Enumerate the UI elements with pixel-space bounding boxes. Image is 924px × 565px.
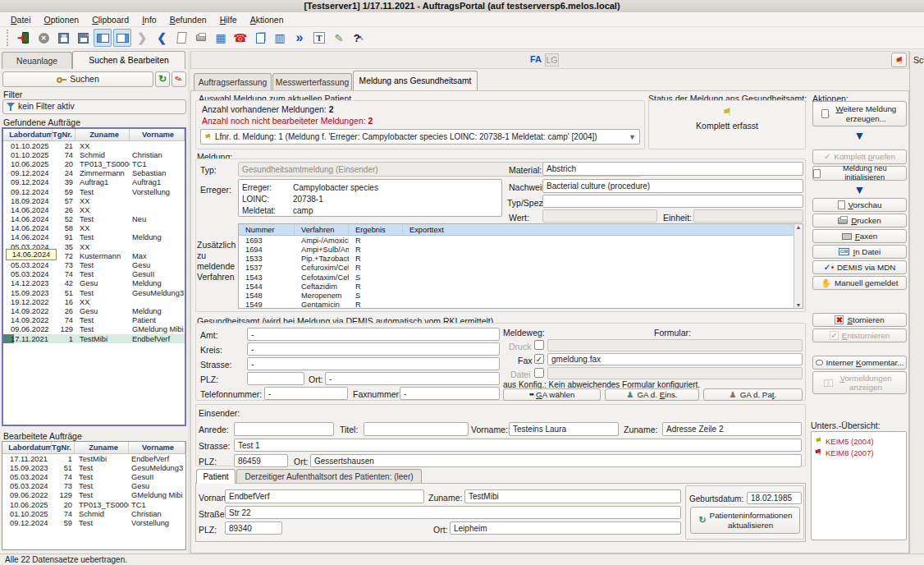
table-row[interactable]: 14.06.202491TestMeldung <box>3 233 185 242</box>
table-row[interactable]: 14.06.202452TestNeu <box>3 215 185 224</box>
column-header[interactable]: Exporttext <box>403 224 795 235</box>
table-row[interactable]: 17.11.20211TestMibiEndbefVerf <box>3 334 185 343</box>
table-row[interactable]: 05.03.202473TestGesu <box>2 482 185 491</box>
table-row[interactable]: Meldetat:camp <box>242 204 498 216</box>
verfahren-table-header[interactable]: NummerVerfahrenErgebnisExporttext <box>239 224 795 236</box>
in-datei-button[interactable]: GM In Datei <box>812 245 907 259</box>
kreis-field[interactable]: - <box>247 342 500 356</box>
patient-ort-field[interactable]: Leipheim <box>450 521 681 535</box>
scroll-up-icon[interactable]: ▲ <box>796 224 802 230</box>
fax-machine-icon[interactable] <box>192 29 210 47</box>
druck-formular-field[interactable] <box>547 339 803 351</box>
einheit-field[interactable] <box>693 209 803 223</box>
ga-einsender-button[interactable]: ♟ GA d. Eins. <box>605 388 699 401</box>
edit-icon[interactable]: ✎ <box>330 29 348 47</box>
table-row[interactable]: 09.06.2022129TestGMeldung Mibi <box>2 491 185 500</box>
column-header[interactable]: TgNr. <box>53 129 75 140</box>
datei-formular-field[interactable] <box>547 367 803 379</box>
refresh-button[interactable]: ↻ <box>155 71 170 87</box>
amt-field[interactable]: - <box>247 328 500 341</box>
table-row[interactable]: 1548MeropenemS <box>239 292 803 301</box>
table-row[interactable]: 01.10.202574SchmidChristian <box>3 150 185 159</box>
einsender-strasse-field[interactable]: Test 1 <box>234 439 802 452</box>
scroll-down-icon[interactable]: ▼ <box>796 302 802 308</box>
table-row[interactable]: 05.03.202474TestGesuII <box>2 472 185 481</box>
table-row[interactable]: 01.10.202574SchmidChristian <box>2 509 185 518</box>
text-tool-icon[interactable]: T <box>310 29 328 47</box>
einsender-plz-field[interactable]: 86459 <box>234 454 288 467</box>
tab-auftragserfassung[interactable]: Auftragserfassung <box>194 73 272 90</box>
table-icon[interactable]: ▦ <box>212 29 230 47</box>
patient-vorname-field[interactable]: EndbefVerf <box>225 489 424 503</box>
einsender-zuname-field[interactable]: Adresse Zeile 2 <box>662 422 802 436</box>
patient-update-button[interactable]: ↻ Patienteninformationen aktualisieren <box>690 507 800 534</box>
menu-optionen[interactable]: Optionen <box>39 14 85 25</box>
table-row[interactable]: 1533Pip.+Tazobact.R <box>239 255 803 264</box>
table-row[interactable]: 10.06.202520TP013_TS0006TC1 <box>3 159 185 168</box>
typ-spezies-field[interactable] <box>542 195 803 208</box>
druck-checkbox[interactable] <box>534 340 544 350</box>
plz-field[interactable] <box>247 372 304 385</box>
fa-toggle[interactable]: FA <box>530 54 542 64</box>
save-as-icon[interactable]: ➜ <box>74 29 92 47</box>
copy-document-icon[interactable] <box>251 29 269 47</box>
table-row[interactable]: LOINC:20738-1 <box>242 193 498 204</box>
column-header[interactable]: Vorname <box>130 129 185 140</box>
table-row[interactable]: 15.09.202351TestGesuMeldung3 <box>3 288 185 297</box>
table-row[interactable]: 09.12.202459TestVorstellung <box>3 187 185 196</box>
table-row[interactable]: 1544CeftazidimR <box>239 282 803 291</box>
fast-forward-icon[interactable]: » <box>290 29 309 47</box>
table-row[interactable]: Erreger:Campylobacter species <box>242 181 498 193</box>
table-row[interactable]: 14.06.202426XX <box>3 205 185 214</box>
table-row[interactable]: 14.06.202458XX <box>3 224 185 233</box>
verfahren-scrollbar[interactable]: ▲▼ <box>794 224 803 308</box>
vormeldungen-button[interactable]: Vormeldungen anzeigen <box>812 371 907 394</box>
search-button[interactable]: Suchen <box>2 71 153 87</box>
table-row[interactable]: 17.11.20211TestMibiEndbefVerf <box>2 454 185 463</box>
back-icon[interactable]: ❮ <box>153 29 171 47</box>
found-orders-header[interactable]: LabordatumTgNr.ZunameVorname <box>3 129 185 141</box>
list-item[interactable]: ⚑ KEIM8 (2007) <box>815 447 906 458</box>
side-tab[interactable]: Sch <box>910 55 924 65</box>
fax-checkbox[interactable]: ✓ <box>534 354 544 364</box>
table-row[interactable]: 1537Cefuroxim/Cef...R <box>239 264 803 273</box>
meldung-dropdown[interactable]: ⚑ Lfnr. d. Meldung: 1 (Meldung f. 'Erreg… <box>200 129 640 145</box>
titel-field[interactable] <box>364 422 469 436</box>
save-icon[interactable] <box>54 29 72 47</box>
table-row[interactable]: 10.06.202520TP013_TS0006TC1 <box>2 500 185 509</box>
tab-messwerterfassung[interactable]: Messwerterfassung <box>272 73 352 90</box>
list-item[interactable]: ⚑ KEIM5 (2004) <box>815 435 906 447</box>
abort-icon[interactable]: ✕ <box>34 29 53 47</box>
material-field[interactable]: Abstrich <box>542 162 803 176</box>
faxnummer-field[interactable]: - <box>400 387 500 400</box>
telefonnummer-field[interactable]: - <box>264 387 348 400</box>
columns-icon[interactable]: ▥ <box>271 29 289 47</box>
tab-meldung-gesundheitsamt[interactable]: Meldung ans Gesundheitsamt <box>353 71 478 90</box>
nachweis-field[interactable]: Bacterial culture (procedure) <box>542 179 803 193</box>
ort-field[interactable]: - <box>325 372 500 385</box>
table-row[interactable]: 19.12.202216XX <box>3 297 185 306</box>
table-row[interactable]: 18.09.202457XX <box>3 196 185 205</box>
stornieren-button[interactable]: ✖ Stornieren <box>812 313 907 327</box>
fax-formular-field[interactable]: gmeldung.fax <box>547 353 803 365</box>
column-header[interactable]: Nummer <box>239 224 295 235</box>
toolbar-grip[interactable] <box>7 30 9 46</box>
table-row[interactable]: 15.09.202351TestGesuMeldung3 <box>2 463 185 472</box>
entstornieren-button[interactable]: ✔ Entstornieren <box>812 328 907 342</box>
table-row[interactable]: 05.03.202473TestGesu <box>3 260 185 269</box>
menu-hilfe[interactable]: Hilfe <box>214 14 243 25</box>
processed-orders-table[interactable]: LabordatumTgNr.ZunameVorname 17.11.20211… <box>2 441 186 550</box>
menu-datei[interactable]: Datei <box>5 14 37 25</box>
menu-befunden[interactable]: Befunden <box>164 14 213 25</box>
chevron-down-icon[interactable]: ▼ <box>629 133 636 141</box>
tab-patient[interactable]: Patient <box>196 469 236 484</box>
table-row[interactable]: 1694Ampi+Sulb/Am...R <box>239 245 803 254</box>
table-row[interactable]: 09.12.202459TestVorstellung <box>2 518 185 527</box>
column-header[interactable]: Zuname <box>75 442 129 453</box>
ga-waehlen-button[interactable]: ●● GA wählen <box>503 388 601 401</box>
faxen-button[interactable]: Faxen <box>812 229 907 243</box>
manuell-gemeldet-button[interactable]: ✋ Manuell gemeldet <box>812 276 907 290</box>
column-header[interactable]: Labordatum <box>3 129 53 140</box>
new-document-icon[interactable] <box>172 29 190 47</box>
verfahren-table[interactable]: NummerVerfahrenErgebnisExporttext 1693Am… <box>238 223 803 309</box>
